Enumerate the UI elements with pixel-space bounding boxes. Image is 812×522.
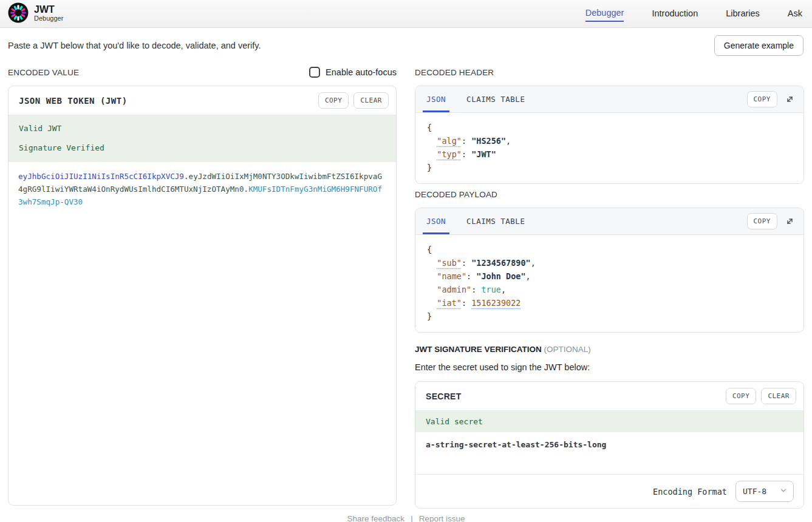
decoded-payload-json[interactable]: { "sub": "1234567890", "name": "John Doe… [415, 235, 803, 332]
optional-label: (OPTIONAL) [544, 345, 591, 354]
auto-focus-control: Enable auto-focus [309, 67, 397, 78]
copy-token-button[interactable]: COPY [318, 92, 349, 109]
encoded-value-title: ENCODED VALUE [8, 68, 79, 77]
main-content: ENCODED VALUE Enable auto-focus JSON WEB… [0, 62, 812, 509]
auto-focus-checkbox[interactable] [309, 67, 320, 78]
secret-status-banner: Valid secret [415, 411, 803, 432]
clear-secret-button[interactable]: CLEAR [761, 388, 796, 404]
decoded-payload-title: DECODED PAYLOAD [415, 190, 497, 199]
encoding-format-value: UTF-8 [743, 487, 766, 496]
jwt-logo-icon [8, 2, 29, 25]
top-bar: JWT Debugger Debugger Introduction Libra… [0, 0, 812, 28]
encoding-format-select[interactable]: UTF-8 [735, 481, 794, 502]
nav-item-debugger[interactable]: Debugger [585, 5, 624, 22]
payload-claims-table-tab[interactable]: CLAIMS TABLE [463, 208, 528, 234]
intro-row: Paste a JWT below that you'd like to dec… [0, 28, 812, 62]
expand-payload-icon[interactable] [782, 215, 796, 228]
valid-secret-status: Valid secret [426, 417, 793, 426]
valid-jwt-status: Valid JWT [19, 124, 386, 133]
copy-header-button[interactable]: COPY [747, 91, 778, 107]
decoded-column: DECODED HEADER JSON CLAIMS TABLE COPY { … [415, 62, 804, 509]
encoded-column: ENCODED VALUE Enable auto-focus JSON WEB… [8, 62, 397, 509]
chevron-down-icon [779, 486, 788, 497]
report-issue-link[interactable]: Report issue [419, 514, 465, 522]
brand-title: JWT [34, 5, 63, 15]
decoded-payload-panel: JSON CLAIMS TABLE COPY { "sub": "1234567… [415, 208, 804, 333]
secret-input[interactable]: a-string-secret-at-least-256-bits-long [415, 432, 803, 475]
nav-item-libraries[interactable]: Libraries [726, 6, 760, 21]
nav-item-introduction[interactable]: Introduction [652, 6, 698, 21]
jwt-panel-title: JSON WEB TOKEN (JWT) [16, 96, 128, 106]
signature-verified-status: Signature Verified [19, 143, 386, 152]
copy-payload-button[interactable]: COPY [747, 213, 778, 229]
header-json-tab[interactable]: JSON [423, 86, 449, 112]
header-claims-table-tab[interactable]: CLAIMS TABLE [463, 86, 528, 112]
copy-secret-button[interactable]: COPY [726, 388, 757, 404]
secret-panel-title: SECRET [423, 392, 462, 401]
signature-verification-title: JWT SIGNATURE VERIFICATION (OPTIONAL) [415, 345, 804, 354]
decoded-header-panel: JSON CLAIMS TABLE COPY { "alg": "HS256",… [415, 86, 804, 184]
jwt-status-banner: Valid JWT Signature Verified [9, 115, 396, 162]
decoded-header-title: DECODED HEADER [415, 68, 494, 77]
page-footer: Share feedback | Report issue [0, 509, 812, 522]
expand-header-icon[interactable] [782, 93, 796, 106]
share-feedback-link[interactable]: Share feedback [347, 514, 405, 522]
intro-description: Paste a JWT below that you'd like to dec… [8, 41, 261, 50]
brand-subtitle: Debugger [34, 15, 63, 22]
decoded-header-json[interactable]: { "alg": "HS256", "typ": "JWT"} [415, 113, 803, 183]
main-nav: Debugger Introduction Libraries Ask [585, 5, 802, 22]
secret-instruction: Enter the secret used to sign the JWT be… [415, 362, 804, 372]
payload-json-tab[interactable]: JSON [423, 208, 449, 234]
jwt-token-panel: JSON WEB TOKEN (JWT) COPY CLEAR Valid JW… [8, 86, 397, 506]
footer-divider: | [411, 514, 413, 522]
clear-token-button[interactable]: CLEAR [353, 92, 389, 109]
encoding-format-label: Encoding Format [653, 487, 727, 497]
auto-focus-label: Enable auto-focus [326, 67, 397, 77]
jwt-token-editor[interactable]: eyJhbGciOiJIUzI1NiIsInR5cCI6IkpXVCJ9.eyJ… [9, 162, 396, 505]
nav-item-ask[interactable]: Ask [788, 6, 802, 21]
brand[interactable]: JWT Debugger [8, 2, 63, 25]
generate-example-button[interactable]: Generate example [714, 35, 803, 56]
secret-panel: SECRET COPY CLEAR Valid secret a-string-… [415, 381, 804, 509]
